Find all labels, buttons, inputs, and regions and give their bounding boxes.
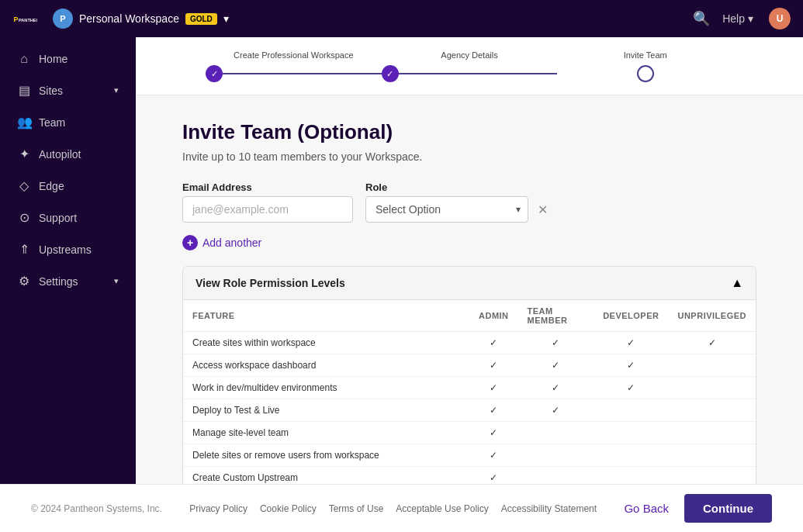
role-select[interactable]: Select Option Admin Team Member Develope… <box>365 196 528 223</box>
unprivileged-check <box>668 444 756 467</box>
feature-name: Work in dev/multidev environments <box>183 377 469 399</box>
team-member-check: ✓ <box>518 377 594 399</box>
permission-table-row: Create Custom Upstream ✓ <box>183 467 756 484</box>
admin-check: ✓ <box>469 332 518 354</box>
permission-table-row: Manage site-level team ✓ <box>183 422 756 444</box>
step-invite-label: Invite Team <box>624 50 667 60</box>
settings-icon: ⚙ <box>17 274 31 288</box>
feature-name: Manage site-level team <box>183 422 469 444</box>
add-another-label: Add another <box>202 237 261 249</box>
sidebar-item-upstreams[interactable]: ⇑ Upstreams <box>5 234 131 264</box>
unprivileged-check: ✓ <box>668 332 756 354</box>
sidebar-item-label-upstreams: Upstreams <box>39 244 92 256</box>
admin-check: ✓ <box>469 467 518 484</box>
permission-panel-title: View Role Permission Levels <box>196 277 345 289</box>
sidebar-item-support[interactable]: ⊙ Support <box>5 202 131 233</box>
footer-link-terms-of-use[interactable]: Terms of Use <box>329 503 384 514</box>
sidebar-item-label-autopilot: Autopilot <box>39 148 81 161</box>
step-agency: Agency Details ✓ <box>382 50 558 82</box>
workspace-selector[interactable]: P Personal Workspace GOLD ▾ <box>53 9 229 29</box>
sidebar-item-settings[interactable]: ⚙ Settings ▾ <box>5 266 131 296</box>
permission-panel: View Role Permission Levels ▲ FEATURE AD… <box>182 266 756 484</box>
step-create: Create Professional Workspace ✓ <box>206 50 382 82</box>
admin-check: ✓ <box>469 377 518 399</box>
unprivileged-check <box>668 354 756 377</box>
team-member-check: ✓ <box>518 332 594 354</box>
footer-link-accessibility-statement[interactable]: Accessibility Statement <box>501 503 597 514</box>
action-buttons: Go Back Continue <box>624 494 772 523</box>
footer-copyright: © 2024 Pantheon Systems, Inc. <box>31 503 162 514</box>
sidebar-item-label-home: Home <box>39 53 67 65</box>
developer-check: ✓ <box>594 354 668 377</box>
page-subtitle: Invite up to 10 team members to your Wor… <box>182 150 756 163</box>
sites-chevron-icon: ▾ <box>114 85 119 95</box>
admin-check: ✓ <box>469 422 518 444</box>
unprivileged-check <box>668 422 756 444</box>
edge-icon: ◇ <box>17 178 31 193</box>
unprivileged-check <box>668 377 756 399</box>
workspace-name: Personal Workspace <box>79 12 179 25</box>
role-label: Role <box>365 181 551 193</box>
clear-role-button[interactable]: ✕ <box>535 199 551 220</box>
team-member-check <box>518 444 594 467</box>
step-invite-dot <box>637 65 654 82</box>
go-back-button[interactable]: Go Back <box>624 502 669 515</box>
sidebar-item-team[interactable]: 👥 Team <box>5 107 131 137</box>
step-agency-label: Agency Details <box>441 50 497 60</box>
unprivileged-check <box>668 467 756 484</box>
bottom-bar: © 2024 Pantheon Systems, Inc. Privacy Po… <box>0 484 803 532</box>
developer-check: ✓ <box>594 332 668 354</box>
feature-name: Access workspace dashboard <box>183 354 469 377</box>
email-input[interactable] <box>182 196 353 223</box>
sidebar-item-autopilot[interactable]: ✦ Autopilot <box>5 139 131 169</box>
role-group: Role Select Option Admin Team Member Dev… <box>365 181 551 223</box>
developer-check: ✓ <box>594 377 668 399</box>
permission-table-row: Delete sites or remove users from worksp… <box>183 444 756 467</box>
user-avatar[interactable]: U <box>769 8 791 29</box>
sidebar-item-edge[interactable]: ◇ Edge <box>5 171 131 201</box>
gold-badge: GOLD <box>185 13 217 25</box>
sidebar-item-label-sites: Sites <box>39 85 63 97</box>
sidebar-item-sites[interactable]: ▤ Sites ▾ <box>5 75 131 105</box>
settings-chevron-icon: ▾ <box>114 276 119 286</box>
workspace-avatar: P <box>53 9 73 29</box>
upstreams-icon: ⇑ <box>17 242 31 257</box>
footer-link-privacy-policy[interactable]: Privacy Policy <box>189 503 247 514</box>
sidebar: ⌂ Home ▤ Sites ▾ 👥 Team ✦ Autopilot ◇ Ed… <box>0 37 136 484</box>
team-member-check <box>518 467 594 484</box>
footer-link-acceptable-use-policy[interactable]: Acceptable Use Policy <box>396 503 488 514</box>
svg-text:P: P <box>14 16 19 23</box>
main-content: Create Professional Workspace ✓ Agency D… <box>136 37 803 484</box>
developer-check <box>594 399 668 422</box>
col-developer: DEVELOPER <box>594 300 668 332</box>
stepper: Create Professional Workspace ✓ Agency D… <box>206 50 733 95</box>
sidebar-item-label-settings: Settings <box>39 275 78 288</box>
role-select-wrapper: Select Option Admin Team Member Develope… <box>365 196 551 223</box>
search-icon[interactable]: 🔍 <box>690 7 713 30</box>
sidebar-item-home[interactable]: ⌂ Home <box>5 44 131 74</box>
continue-button[interactable]: Continue <box>684 494 772 523</box>
help-menu[interactable]: Help ▾ <box>722 12 753 25</box>
col-admin: ADMIN <box>469 300 518 332</box>
topnav: P PANTHEON P Personal Workspace GOLD ▾ 🔍… <box>0 0 803 37</box>
workspace-chevron-icon: ▾ <box>223 12 229 25</box>
developer-check <box>594 444 668 467</box>
footer-links: Privacy PolicyCookie PolicyTerms of UseA… <box>189 503 597 514</box>
developer-check <box>594 422 668 444</box>
feature-name: Deploy to Test & Live <box>183 399 469 422</box>
permission-table: FEATURE ADMIN TEAM MEMBER DEVELOPER UNPR… <box>183 300 756 484</box>
permission-table-row: Deploy to Test & Live ✓ ✓ <box>183 399 756 422</box>
footer-link-cookie-policy[interactable]: Cookie Policy <box>260 503 317 514</box>
add-another-button[interactable]: + Add another <box>182 235 756 250</box>
developer-check <box>594 467 668 484</box>
svg-text:PANTHEON: PANTHEON <box>19 18 37 22</box>
email-label: Email Address <box>182 181 353 193</box>
add-another-icon: + <box>182 235 198 250</box>
col-team-member: TEAM MEMBER <box>518 300 594 332</box>
permission-panel-header[interactable]: View Role Permission Levels ▲ <box>183 267 756 300</box>
stepper-bar: Create Professional Workspace ✓ Agency D… <box>136 37 803 95</box>
step-create-label: Create Professional Workspace <box>234 50 353 60</box>
logo: P PANTHEON <box>12 11 37 26</box>
col-feature: FEATURE <box>183 300 469 332</box>
team-member-check <box>518 422 594 444</box>
